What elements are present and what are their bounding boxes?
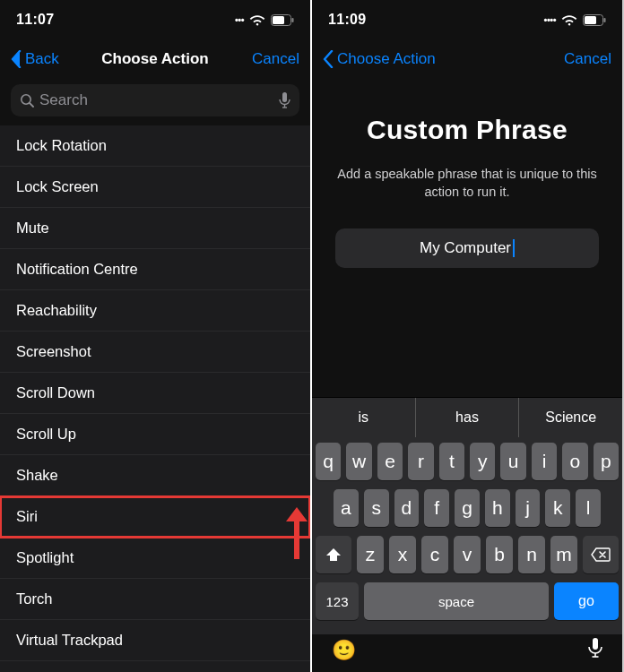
action-row[interactable]: Lock Screen	[0, 167, 310, 208]
action-row[interactable]: Lock Rotation	[0, 125, 310, 167]
phrase-input-value: My Computer	[420, 239, 511, 257]
action-label: Virtual Trackpad	[16, 632, 123, 649]
cellular-dots: ••••	[544, 14, 556, 25]
phrase-input[interactable]: My Computer	[335, 228, 599, 268]
action-row[interactable]: Virtual Trackpad	[0, 620, 310, 661]
action-row[interactable]: Volume Down	[0, 661, 310, 672]
key-l[interactable]: l	[576, 489, 601, 527]
suggestion[interactable]: is	[312, 398, 415, 437]
key-i[interactable]: i	[532, 443, 557, 480]
action-row[interactable]: Torch	[0, 579, 310, 620]
cancel-button[interactable]: Cancel	[564, 50, 611, 68]
key-j[interactable]: j	[516, 489, 541, 527]
key-a[interactable]: a	[334, 489, 359, 527]
page-subtitle: Add a speakable phrase that is unique to…	[334, 165, 601, 202]
key-o[interactable]: o	[562, 443, 587, 480]
search-icon	[20, 93, 34, 108]
key-t[interactable]: t	[439, 443, 464, 480]
svg-rect-9	[585, 16, 596, 24]
key-w[interactable]: w	[346, 443, 371, 480]
action-row[interactable]: Notification Centre	[0, 249, 310, 290]
key-e[interactable]: e	[377, 443, 403, 480]
action-label: Notification Centre	[16, 261, 138, 278]
back-button[interactable]: Back	[11, 50, 59, 68]
keyboard: qwertyuiop asdfghjkl zxcvbnm 123 space g…	[312, 437, 622, 634]
battery-icon	[271, 14, 294, 26]
action-label: Screenshot	[16, 343, 91, 360]
chevron-left-icon	[323, 50, 334, 68]
backspace-key[interactable]	[583, 536, 619, 573]
back-label: Choose Action	[337, 50, 436, 68]
screenshot-custom-phrase: 11:09 •••• Choose Action	[312, 0, 622, 672]
action-label: Mute	[16, 220, 49, 237]
go-key[interactable]: go	[554, 582, 619, 620]
suggestion[interactable]: has	[415, 398, 519, 437]
key-k[interactable]: k	[545, 489, 570, 527]
action-row[interactable]: Scroll Up	[0, 414, 310, 455]
key-u[interactable]: u	[500, 443, 525, 480]
key-v[interactable]: v	[454, 536, 481, 573]
key-b[interactable]: b	[486, 536, 513, 573]
key-g[interactable]: g	[455, 489, 480, 527]
svg-rect-11	[593, 638, 598, 650]
action-label: Shake	[16, 467, 58, 484]
key-z[interactable]: z	[357, 536, 384, 573]
key-n[interactable]: n	[518, 536, 545, 573]
key-h[interactable]: h	[485, 489, 510, 527]
action-row[interactable]: Screenshot	[0, 332, 310, 373]
key-y[interactable]: y	[470, 443, 495, 480]
suggestion[interactable]: Science	[518, 398, 622, 437]
chevron-left-icon	[11, 50, 22, 68]
mic-icon[interactable]	[279, 92, 290, 108]
clock: 11:07	[16, 12, 54, 28]
key-d[interactable]: d	[394, 489, 420, 527]
key-r[interactable]: r	[408, 443, 433, 480]
wifi-icon	[561, 14, 577, 26]
battery-icon	[583, 14, 606, 26]
shift-key[interactable]	[316, 536, 351, 573]
key-s[interactable]: s	[364, 489, 389, 527]
numbers-key[interactable]: 123	[316, 582, 359, 620]
action-label: Scroll Down	[16, 384, 95, 401]
key-q[interactable]: q	[316, 443, 341, 480]
action-label: Reachability	[16, 302, 97, 319]
key-m[interactable]: m	[550, 536, 577, 573]
nav-bar: Back Choose Action Cancel	[0, 39, 310, 79]
space-key[interactable]: space	[364, 582, 549, 620]
key-p[interactable]: p	[594, 443, 619, 480]
status-bar: 11:09 ••••	[312, 0, 622, 39]
cancel-button[interactable]: Cancel	[252, 50, 299, 68]
svg-rect-1	[273, 16, 284, 24]
nav-bar: Choose Action Cancel	[312, 39, 622, 79]
svg-line-4	[30, 103, 33, 107]
action-row[interactable]: Reachability	[0, 290, 310, 332]
action-row[interactable]: Spotlight	[0, 538, 310, 579]
key-f[interactable]: f	[424, 489, 449, 527]
key-c[interactable]: c	[421, 536, 448, 573]
back-button[interactable]: Choose Action	[323, 50, 436, 68]
text-cursor	[513, 239, 515, 257]
svg-rect-10	[604, 18, 606, 22]
action-list[interactable]: Lock RotationLock ScreenMuteNotification…	[0, 125, 310, 672]
action-label: Siri	[16, 508, 38, 525]
clock: 11:09	[328, 12, 366, 28]
emoji-icon[interactable]: 🙂	[332, 639, 356, 662]
action-label: Scroll Up	[16, 426, 76, 443]
action-row[interactable]: Scroll Down	[0, 373, 310, 414]
svg-rect-2	[292, 18, 294, 22]
status-bar: 11:07 •••	[0, 0, 310, 39]
action-row[interactable]: Siri	[0, 496, 310, 538]
action-label: Torch	[16, 590, 52, 607]
back-label: Back	[25, 50, 59, 68]
dictation-icon[interactable]	[588, 638, 602, 663]
svg-rect-5	[282, 92, 287, 102]
key-x[interactable]: x	[389, 536, 416, 573]
action-row[interactable]: Shake	[0, 455, 310, 496]
cellular-dots: •••	[235, 14, 244, 25]
screenshot-choose-action: 11:07 ••• Back C	[0, 0, 312, 672]
search-input[interactable]	[34, 91, 279, 109]
action-row[interactable]: Mute	[0, 208, 310, 249]
keyboard-area: ishasScience qwertyuiop asdfghjkl zxcvbn…	[312, 397, 622, 672]
search-field[interactable]	[11, 84, 299, 116]
wifi-icon	[249, 14, 265, 26]
